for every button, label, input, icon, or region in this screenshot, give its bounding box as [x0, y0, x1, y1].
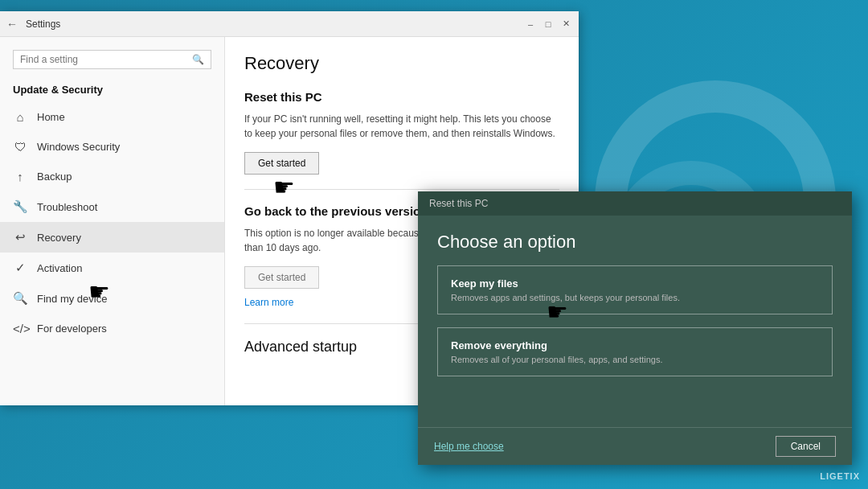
learn-more-link[interactable]: Learn more: [244, 297, 293, 308]
title-bar: ← Settings – □ ✕: [0, 11, 579, 37]
reset-pc-section-desc: If your PC isn't running well, resetting…: [244, 112, 559, 141]
sidebar-item-find-my-device[interactable]: 🔍 Find my device: [0, 283, 224, 314]
sidebar-item-troubleshoot-label: Troubleshoot: [37, 201, 97, 213]
sidebar-heading: Update & Security: [0, 79, 224, 102]
developers-icon: </>: [13, 322, 27, 335]
shield-icon: 🛡: [13, 140, 27, 154]
go-back-get-started-button[interactable]: Get started: [244, 266, 319, 289]
window-title: Settings: [26, 18, 524, 30]
dialog-heading: Choose an option: [437, 232, 833, 253]
sidebar-item-troubleshoot[interactable]: 🔧 Troubleshoot: [0, 191, 224, 222]
sidebar-item-windows-security[interactable]: 🛡 Windows Security: [0, 132, 224, 162]
sidebar-item-backup[interactable]: ↑ Backup: [0, 162, 224, 191]
maximize-button[interactable]: □: [542, 18, 555, 31]
help-me-choose-link[interactable]: Help me choose: [434, 441, 504, 452]
sidebar-item-windows-security-label: Windows Security: [37, 141, 120, 153]
keep-files-desc: Removes apps and settings, but keeps you…: [451, 293, 819, 302]
minimize-button[interactable]: –: [524, 18, 537, 31]
watermark: LIGETIX: [820, 471, 860, 481]
troubleshoot-icon: 🔧: [13, 199, 27, 214]
sidebar-item-activation[interactable]: ✓ Activation: [0, 253, 224, 283]
remove-everything-title: Remove everything: [451, 339, 819, 351]
home-icon: ⌂: [13, 110, 27, 124]
sidebar-item-recovery[interactable]: ↩ Recovery: [0, 222, 224, 253]
dialog-title-label: Reset this PC: [429, 198, 488, 209]
recovery-icon: ↩: [13, 230, 27, 244]
page-title: Recovery: [244, 53, 559, 74]
find-device-icon: 🔍: [13, 291, 27, 306]
sidebar-item-home[interactable]: ⌂ Home: [0, 102, 224, 132]
reset-get-started-button[interactable]: Get started: [244, 152, 319, 175]
sidebar-item-home-label: Home: [37, 111, 65, 123]
dialog-title-bar: Reset this PC: [418, 191, 852, 216]
window-controls: – □ ✕: [524, 18, 572, 31]
dialog-body: Choose an option Keep my files Removes a…: [418, 216, 852, 427]
sidebar-item-activation-label: Activation: [37, 262, 82, 274]
sidebar-item-backup-label: Backup: [37, 171, 72, 183]
remove-everything-option[interactable]: Remove everything Removes all of your pe…: [437, 327, 833, 376]
sidebar-item-recovery-label: Recovery: [37, 232, 81, 244]
backup-icon: ↑: [13, 170, 27, 183]
sidebar: 🔍 Update & Security ⌂ Home 🛡 Windows Sec…: [0, 37, 225, 405]
search-box[interactable]: 🔍: [13, 50, 211, 69]
search-icon: 🔍: [192, 54, 204, 65]
activation-icon: ✓: [13, 261, 27, 275]
keep-my-files-option[interactable]: Keep my files Removes apps and settings,…: [437, 265, 833, 314]
cancel-button[interactable]: Cancel: [776, 436, 836, 457]
keep-files-title: Keep my files: [451, 277, 819, 290]
back-button[interactable]: ←: [6, 18, 18, 31]
section-divider-1: [244, 189, 559, 190]
close-button[interactable]: ✕: [559, 18, 572, 31]
sidebar-item-for-developers-label: For developers: [37, 323, 107, 335]
search-input[interactable]: [20, 54, 192, 65]
reset-dialog: Reset this PC Choose an option Keep my f…: [418, 191, 852, 465]
sidebar-item-find-my-device-label: Find my device: [37, 293, 107, 305]
reset-pc-section-title: Reset this PC: [244, 90, 559, 104]
dialog-footer: Help me choose Cancel: [418, 427, 852, 465]
sidebar-item-for-developers[interactable]: </> For developers: [0, 314, 224, 343]
remove-everything-desc: Removes all of your personal files, apps…: [451, 355, 819, 364]
